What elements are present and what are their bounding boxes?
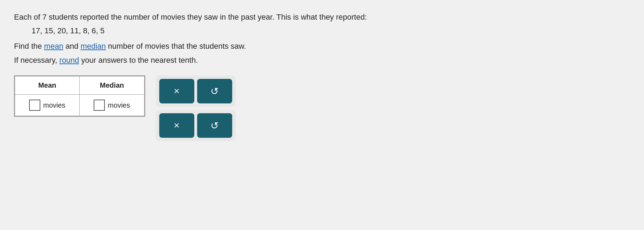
buttons-container: × ↺ × ↺ bbox=[156, 75, 236, 141]
question-line1: Each of 7 students reported the number o… bbox=[14, 11, 630, 23]
table-header-row: Mean Median bbox=[15, 76, 145, 95]
round-link[interactable]: round bbox=[59, 56, 79, 65]
mean-unit: movies bbox=[43, 101, 65, 109]
table-input-row: movies movies bbox=[15, 95, 145, 116]
find-prefix: Find the bbox=[14, 42, 44, 50]
undo-button-2[interactable]: ↺ bbox=[197, 113, 232, 138]
mean-input-cell[interactable]: movies bbox=[15, 95, 80, 116]
data-values: 17, 15, 20, 11, 8, 6, 5 bbox=[32, 26, 630, 35]
mean-header: Mean bbox=[15, 76, 80, 95]
round-suffix: your answers to the nearest tenth. bbox=[79, 56, 198, 65]
mean-input-box[interactable] bbox=[29, 100, 40, 111]
median-link[interactable]: median bbox=[81, 42, 106, 50]
clear-button-2[interactable]: × bbox=[159, 113, 194, 138]
median-input-cell[interactable]: movies bbox=[80, 95, 144, 116]
and-text: and bbox=[63, 42, 81, 50]
button-row-2: × ↺ bbox=[156, 110, 236, 141]
answer-table: Mean Median movies movies bbox=[15, 76, 145, 116]
median-header: Median bbox=[80, 76, 144, 95]
find-suffix: number of movies that the students saw. bbox=[106, 42, 246, 50]
question-container: Each of 7 students reported the number o… bbox=[14, 11, 630, 141]
clear-button-1[interactable]: × bbox=[159, 79, 194, 103]
find-line: Find the mean and median number of movie… bbox=[14, 42, 630, 51]
button-row-1: × ↺ bbox=[156, 75, 236, 107]
mean-link[interactable]: mean bbox=[44, 42, 63, 50]
median-input-box[interactable] bbox=[94, 100, 105, 111]
round-line: If necessary, round your answers to the … bbox=[14, 56, 630, 65]
answer-table-container: Mean Median movies movies bbox=[14, 75, 145, 117]
round-prefix: If necessary, bbox=[14, 56, 59, 65]
undo-button-1[interactable]: ↺ bbox=[197, 79, 232, 103]
answer-area: Mean Median movies movies bbox=[14, 75, 630, 141]
median-unit: movies bbox=[108, 101, 130, 109]
